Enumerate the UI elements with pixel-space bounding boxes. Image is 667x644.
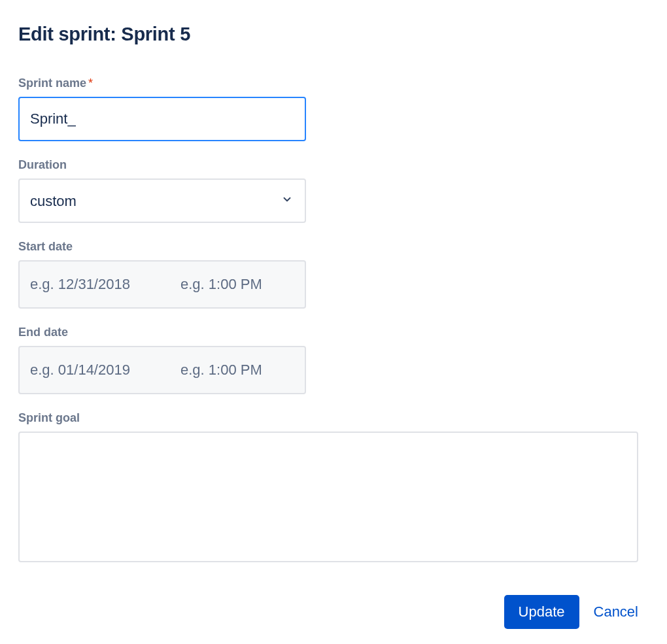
sprint-goal-textarea[interactable] — [18, 432, 638, 562]
cancel-button[interactable]: Cancel — [594, 603, 638, 620]
required-asterisk-icon: * — [88, 76, 93, 90]
duration-select-wrap: custom — [18, 178, 306, 223]
start-date-group: Start date — [18, 240, 649, 309]
sprint-name-label: Sprint name* — [18, 76, 649, 90]
duration-group: Duration custom — [18, 158, 649, 223]
end-date-row — [18, 346, 306, 394]
sprint-goal-group: Sprint goal — [18, 411, 649, 565]
duration-label: Duration — [18, 158, 649, 172]
dialog-actions: Update Cancel — [18, 595, 638, 629]
end-date-label: End date — [18, 326, 649, 339]
end-time-input[interactable] — [170, 347, 306, 393]
start-time-input[interactable] — [170, 262, 306, 307]
update-button[interactable]: Update — [504, 595, 579, 629]
sprint-name-group: Sprint name* — [18, 76, 649, 141]
end-date-group: End date — [18, 326, 649, 394]
sprint-name-label-text: Sprint name — [18, 76, 86, 90]
start-date-row — [18, 260, 306, 309]
start-date-input[interactable] — [20, 262, 170, 307]
start-date-label: Start date — [18, 240, 649, 254]
end-date-input[interactable] — [20, 347, 170, 393]
dialog-title: Edit sprint: Sprint 5 — [18, 24, 649, 45]
sprint-goal-label: Sprint goal — [18, 411, 649, 425]
sprint-name-input[interactable] — [18, 97, 306, 141]
duration-select[interactable]: custom — [18, 178, 306, 223]
